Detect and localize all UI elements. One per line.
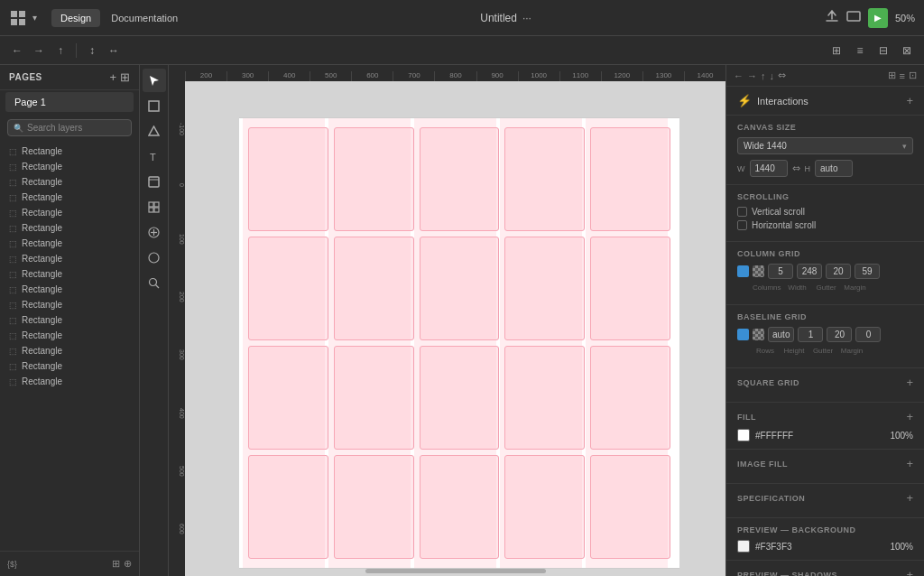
- list-item[interactable]: ⬚Rectangle: [0, 190, 139, 205]
- rp-dist-h-icon[interactable]: ⇔: [778, 70, 786, 81]
- grid-cell[interactable]: [334, 127, 414, 231]
- plus-tool[interactable]: [143, 220, 166, 244]
- list-item[interactable]: ⬚Rectangle: [0, 205, 139, 220]
- align-vert-icon[interactable]: ≡: [850, 41, 870, 60]
- fill-color-swatch[interactable]: [737, 429, 750, 441]
- canvas-scrollbar-horizontal[interactable]: [365, 569, 546, 573]
- baseline-grid-rows[interactable]: auto: [768, 327, 794, 342]
- list-item[interactable]: ⬚Rectangle: [0, 312, 139, 328]
- interactions-add-button[interactable]: +: [906, 94, 913, 107]
- zoom-tool[interactable]: [143, 271, 166, 294]
- align-top-icon[interactable]: ↑: [51, 41, 70, 60]
- image-fill-add-button[interactable]: +: [906, 457, 913, 470]
- list-item[interactable]: ⬚Rectangle: [0, 220, 139, 236]
- grid-cell[interactable]: [334, 346, 414, 450]
- preview-tool[interactable]: [143, 246, 166, 269]
- fill-opacity-value[interactable]: 100%: [890, 431, 913, 441]
- shape-tool[interactable]: [143, 119, 166, 143]
- baseline-grid-gutter[interactable]: 20: [827, 327, 852, 342]
- baseline-grid-height[interactable]: 1: [798, 327, 823, 342]
- specification-add-button[interactable]: +: [906, 491, 913, 505]
- frame-tool[interactable]: [143, 170, 166, 193]
- grid-view-button[interactable]: ⊞: [120, 70, 130, 84]
- search-box[interactable]: 🔍 ▼: [7, 119, 132, 136]
- horizontal-scroll-checkbox[interactable]: [737, 220, 747, 230]
- text-tool[interactable]: T: [143, 144, 166, 168]
- baseline-grid-margin[interactable]: 0: [855, 327, 881, 342]
- preview-bg-swatch[interactable]: [737, 540, 750, 553]
- canvas-link-icon[interactable]: ⇔: [792, 163, 800, 174]
- align-left-icon[interactable]: ←: [7, 41, 27, 60]
- title-options-icon[interactable]: ···: [522, 12, 531, 24]
- column-grid-columns[interactable]: 5: [768, 264, 793, 279]
- grid-cell[interactable]: [590, 455, 670, 559]
- grid-cell[interactable]: [590, 127, 670, 231]
- distribute-h-icon[interactable]: ↕: [82, 41, 102, 60]
- list-item[interactable]: ⬚Rectangle: [0, 297, 139, 312]
- rp-layout-icon[interactable]: ≡: [900, 70, 905, 81]
- preview-bg-hex[interactable]: #F3F3F3: [755, 542, 884, 552]
- grid-cell[interactable]: [334, 237, 414, 340]
- list-item[interactable]: ⬚Rectangle: [0, 174, 139, 190]
- component-tool[interactable]: [143, 195, 166, 218]
- baseline-grid-checker[interactable]: [753, 329, 764, 340]
- square-grid-add-button[interactable]: +: [906, 376, 913, 389]
- column-grid-gutter[interactable]: 20: [826, 264, 851, 279]
- list-item[interactable]: ⬚Rectangle: [0, 328, 139, 343]
- distribute-v-icon[interactable]: ↔: [104, 41, 124, 60]
- grid-cell[interactable]: [504, 127, 585, 231]
- align-right-icon[interactable]: →: [29, 41, 49, 60]
- baseline-grid-checkbox[interactable]: [737, 329, 749, 340]
- rp-align-bottom-icon[interactable]: ↓: [770, 70, 775, 81]
- select-tool[interactable]: [143, 69, 166, 92]
- grid-cell[interactable]: [420, 455, 500, 559]
- grid-cell[interactable]: [248, 455, 328, 559]
- grid-cell[interactable]: [504, 346, 585, 450]
- logo-icon[interactable]: [9, 9, 27, 27]
- preview-bg-opacity[interactable]: 100%: [890, 542, 913, 552]
- rp-grid-icon[interactable]: ⊞: [888, 70, 896, 81]
- canvas-content[interactable]: [185, 81, 725, 576]
- column-grid-checkbox[interactable]: [737, 265, 749, 277]
- rp-align-left-icon[interactable]: ←: [734, 70, 744, 81]
- footer-grid-icon[interactable]: ⊞: [112, 558, 120, 570]
- tab-design[interactable]: Design: [51, 9, 100, 27]
- list-item[interactable]: ⬚Rectangle: [0, 266, 139, 282]
- list-item[interactable]: ⬚Rectangle: [0, 236, 139, 251]
- list-item[interactable]: ⬚Rectangle: [0, 374, 139, 389]
- canvas-w-input[interactable]: [750, 160, 788, 177]
- grid-icon[interactable]: ⊞: [827, 41, 846, 60]
- column-grid-margin[interactable]: 59: [855, 264, 880, 279]
- grid-cell[interactable]: [590, 237, 670, 340]
- canvas-area[interactable]: 200 300 400 500 600 700 800 900 1000 110…: [169, 65, 725, 576]
- grid-cell[interactable]: [420, 237, 500, 340]
- rp-align-right-icon[interactable]: →: [747, 70, 757, 81]
- fill-hex-value[interactable]: #FFFFFF: [755, 431, 884, 441]
- rp-more-icon[interactable]: ⊡: [909, 70, 917, 81]
- column-grid-checker[interactable]: [753, 265, 764, 277]
- grid-cell[interactable]: [248, 127, 328, 231]
- grid-cell[interactable]: [504, 237, 585, 340]
- list-item[interactable]: ⬚Rectangle: [0, 144, 139, 159]
- list-item[interactable]: ⬚Rectangle: [0, 159, 139, 174]
- preview-shadows-add-button[interactable]: +: [906, 568, 913, 576]
- list-item[interactable]: ⬚Rectangle: [0, 251, 139, 266]
- page-1-item[interactable]: Page 1: [5, 92, 134, 112]
- rp-align-top-icon[interactable]: ↑: [761, 70, 766, 81]
- footer-add-icon[interactable]: ⊕: [124, 558, 132, 570]
- grid-cell[interactable]: [590, 346, 670, 450]
- list-item[interactable]: ⬚Rectangle: [0, 358, 139, 374]
- export-button[interactable]: [825, 9, 839, 26]
- menu-chevron-icon[interactable]: ▾: [32, 13, 37, 23]
- search-input[interactable]: [27, 123, 142, 133]
- preview-button[interactable]: [846, 9, 861, 26]
- list-item[interactable]: ⬚Rectangle: [0, 343, 139, 358]
- more-icon[interactable]: ⊠: [897, 41, 917, 60]
- rectangle-tool[interactable]: [143, 94, 166, 117]
- canvas-preset-select[interactable]: Wide 1440 ▾: [737, 137, 913, 154]
- grid-cell[interactable]: [504, 455, 585, 559]
- grid-cell[interactable]: [248, 346, 328, 450]
- grid-cell[interactable]: [420, 346, 500, 450]
- vertical-scroll-checkbox[interactable]: [737, 207, 747, 217]
- grid-cell[interactable]: [248, 237, 328, 340]
